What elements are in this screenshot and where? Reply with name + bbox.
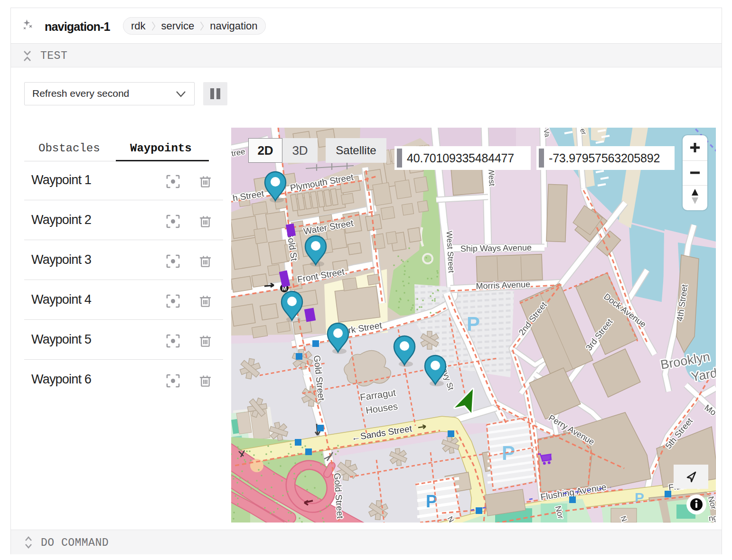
svg-text:Morris Avenue: Morris Avenue [476, 280, 530, 291]
svg-text:P: P [502, 442, 515, 464]
svg-text:ng: ng [708, 513, 716, 523]
svg-text:P: P [467, 313, 480, 335]
svg-text:West: West [487, 168, 497, 187]
svg-text:Ship Ways Avenue: Ship Ways Avenue [460, 243, 532, 254]
svg-text:P: P [635, 490, 644, 505]
